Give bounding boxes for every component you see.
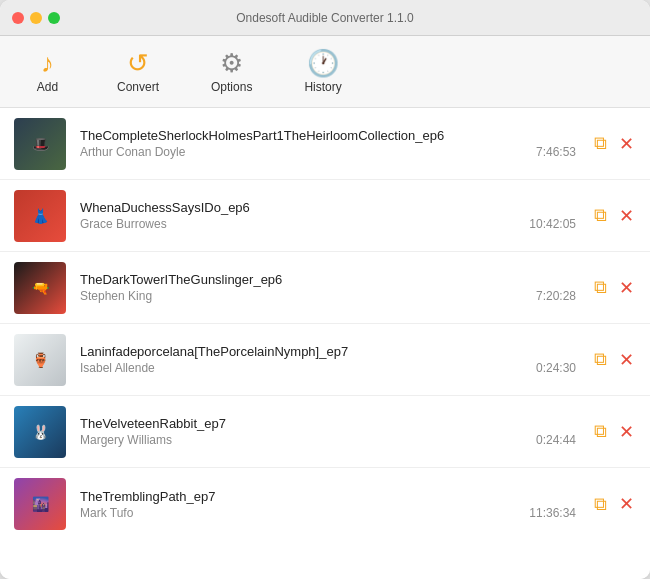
delete-button[interactable]: ✕ bbox=[617, 131, 636, 157]
item-meta: Margery Williams 0:24:44 bbox=[80, 433, 576, 447]
add-toolbar-item[interactable]: ♪ Add bbox=[20, 44, 75, 100]
item-duration: 10:42:05 bbox=[529, 217, 576, 231]
item-info: TheVelveteenRabbit_ep7 Margery Williams … bbox=[80, 416, 576, 447]
item-duration: 7:20:28 bbox=[536, 289, 576, 303]
maximize-button[interactable] bbox=[48, 12, 60, 24]
item-meta: Stephen King 7:20:28 bbox=[80, 289, 576, 303]
item-info: TheCompleteSherlockHolmesPart1TheHeirloo… bbox=[80, 128, 576, 159]
item-meta: Mark Tufo 11:36:34 bbox=[80, 506, 576, 520]
history-icon: 🕐 bbox=[307, 50, 339, 76]
item-title: TheVelveteenRabbit_ep7 bbox=[80, 416, 576, 431]
add-label: Add bbox=[37, 80, 58, 94]
item-meta: Grace Burrowes 10:42:05 bbox=[80, 217, 576, 231]
item-info: WhenaDuchessSaysIDo_ep6 Grace Burrowes 1… bbox=[80, 200, 576, 231]
delete-button[interactable]: ✕ bbox=[617, 491, 636, 517]
close-button[interactable] bbox=[12, 12, 24, 24]
delete-button[interactable]: ✕ bbox=[617, 275, 636, 301]
album-art: 🐰 bbox=[14, 406, 66, 458]
convert-toolbar-item[interactable]: ↺ Convert bbox=[107, 44, 169, 100]
title-bar: Ondesoft Audible Converter 1.1.0 bbox=[0, 0, 650, 36]
item-actions: ⧉ ✕ bbox=[592, 347, 636, 373]
item-author: Isabel Allende bbox=[80, 361, 155, 375]
item-duration: 0:24:30 bbox=[536, 361, 576, 375]
item-author: Stephen King bbox=[80, 289, 152, 303]
options-label: Options bbox=[211, 80, 252, 94]
item-author: Grace Burrowes bbox=[80, 217, 167, 231]
album-art: 🏺 bbox=[14, 334, 66, 386]
item-info: TheDarkTowerITheGunslinger_ep6 Stephen K… bbox=[80, 272, 576, 303]
convert-icon: ↺ bbox=[127, 50, 149, 76]
item-duration: 7:46:53 bbox=[536, 145, 576, 159]
item-meta: Isabel Allende 0:24:30 bbox=[80, 361, 576, 375]
item-info: Laninfadeporcelana[ThePorcelainNymph]_ep… bbox=[80, 344, 576, 375]
item-author: Margery Williams bbox=[80, 433, 172, 447]
window-title: Ondesoft Audible Converter 1.1.0 bbox=[236, 11, 413, 25]
delete-button[interactable]: ✕ bbox=[617, 203, 636, 229]
item-actions: ⧉ ✕ bbox=[592, 203, 636, 229]
list-item: 👗 WhenaDuchessSaysIDo_ep6 Grace Burrowes… bbox=[0, 180, 650, 252]
list-item: 🌆 TheTremblingPath_ep7 Mark Tufo 11:36:3… bbox=[0, 468, 650, 540]
minimize-button[interactable] bbox=[30, 12, 42, 24]
history-toolbar-item[interactable]: 🕐 History bbox=[294, 44, 351, 100]
list-item: 🔫 TheDarkTowerITheGunslinger_ep6 Stephen… bbox=[0, 252, 650, 324]
history-label: History bbox=[304, 80, 341, 94]
item-actions: ⧉ ✕ bbox=[592, 419, 636, 445]
album-art: 🌆 bbox=[14, 478, 66, 530]
edit-button[interactable]: ⧉ bbox=[592, 347, 609, 372]
item-actions: ⧉ ✕ bbox=[592, 491, 636, 517]
content-list: 🎩 TheCompleteSherlockHolmesPart1TheHeirl… bbox=[0, 108, 650, 579]
item-actions: ⧉ ✕ bbox=[592, 131, 636, 157]
edit-button[interactable]: ⧉ bbox=[592, 131, 609, 156]
item-actions: ⧉ ✕ bbox=[592, 275, 636, 301]
item-title: TheDarkTowerITheGunslinger_ep6 bbox=[80, 272, 576, 287]
toolbar: ♪ Add ↺ Convert ⚙ Options 🕐 History bbox=[0, 36, 650, 108]
app-window: Ondesoft Audible Converter 1.1.0 ♪ Add ↺… bbox=[0, 0, 650, 579]
traffic-lights bbox=[12, 12, 60, 24]
options-toolbar-item[interactable]: ⚙ Options bbox=[201, 44, 262, 100]
list-item: 🏺 Laninfadeporcelana[ThePorcelainNymph]_… bbox=[0, 324, 650, 396]
edit-button[interactable]: ⧉ bbox=[592, 492, 609, 517]
album-art: 👗 bbox=[14, 190, 66, 242]
item-title: WhenaDuchessSaysIDo_ep6 bbox=[80, 200, 576, 215]
convert-label: Convert bbox=[117, 80, 159, 94]
item-title: TheTremblingPath_ep7 bbox=[80, 489, 576, 504]
item-author: Mark Tufo bbox=[80, 506, 133, 520]
item-duration: 0:24:44 bbox=[536, 433, 576, 447]
edit-button[interactable]: ⧉ bbox=[592, 203, 609, 228]
album-art: 🔫 bbox=[14, 262, 66, 314]
edit-button[interactable]: ⧉ bbox=[592, 275, 609, 300]
item-author: Arthur Conan Doyle bbox=[80, 145, 185, 159]
album-art: 🎩 bbox=[14, 118, 66, 170]
delete-button[interactable]: ✕ bbox=[617, 347, 636, 373]
list-item: 🐰 TheVelveteenRabbit_ep7 Margery William… bbox=[0, 396, 650, 468]
item-duration: 11:36:34 bbox=[529, 506, 576, 520]
item-info: TheTremblingPath_ep7 Mark Tufo 11:36:34 bbox=[80, 489, 576, 520]
list-item: 🎩 TheCompleteSherlockHolmesPart1TheHeirl… bbox=[0, 108, 650, 180]
item-meta: Arthur Conan Doyle 7:46:53 bbox=[80, 145, 576, 159]
delete-button[interactable]: ✕ bbox=[617, 419, 636, 445]
item-title: TheCompleteSherlockHolmesPart1TheHeirloo… bbox=[80, 128, 576, 143]
item-title: Laninfadeporcelana[ThePorcelainNymph]_ep… bbox=[80, 344, 576, 359]
edit-button[interactable]: ⧉ bbox=[592, 419, 609, 444]
options-icon: ⚙ bbox=[220, 50, 243, 76]
add-icon: ♪ bbox=[41, 50, 54, 76]
